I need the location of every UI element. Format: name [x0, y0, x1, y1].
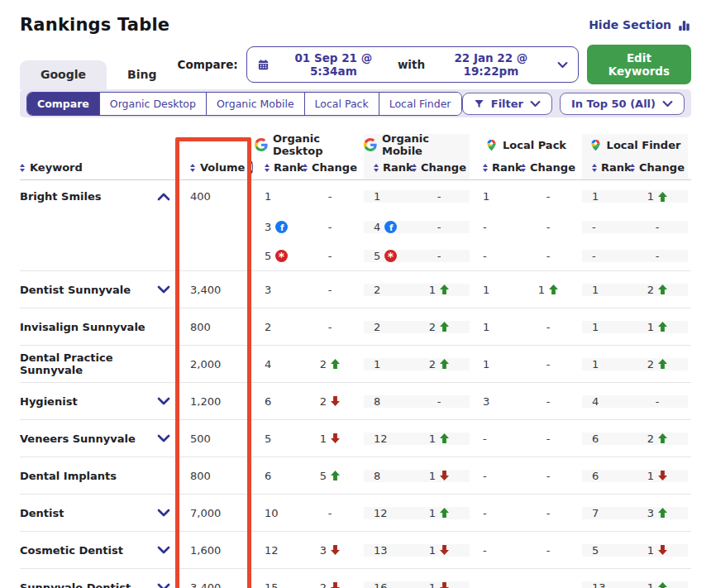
- rank-cell: 3f: [255, 221, 299, 233]
- keyword-header[interactable]: Keyword: [20, 155, 179, 179]
- change-header[interactable]: Change: [408, 155, 470, 179]
- change-header[interactable]: Change: [299, 155, 360, 179]
- change-cell: 1: [627, 470, 688, 482]
- keyword-label: Bright Smiles: [20, 190, 101, 203]
- tab-google[interactable]: Google: [20, 60, 107, 89]
- view-button-local-pack[interactable]: Local Pack: [304, 93, 379, 115]
- sort-icon[interactable]: [265, 164, 270, 172]
- rank-header[interactable]: Rank: [364, 155, 408, 179]
- keyword-label: Cosmetic Dentist: [20, 544, 123, 557]
- change-cell: -: [518, 581, 579, 588]
- volume-cell: 3,400: [179, 581, 251, 588]
- rank-cell: -: [582, 250, 627, 262]
- expand-toggle[interactable]: [157, 509, 170, 517]
- info-icon[interactable]: [250, 161, 252, 174]
- rank-header[interactable]: Rank: [582, 155, 627, 179]
- rank-cell: -: [473, 250, 518, 262]
- volume-value: 3,400: [190, 581, 221, 588]
- sort-icon[interactable]: [592, 164, 597, 172]
- expand-toggle[interactable]: [157, 583, 170, 588]
- group-cells-local-pack: 1-: [473, 321, 579, 333]
- calendar-icon: [257, 59, 270, 71]
- tab-bing[interactable]: Bing: [107, 60, 177, 89]
- view-button-compare[interactable]: Compare: [27, 93, 99, 115]
- compare-date-range-picker[interactable]: 01 Sep 21 @ 5:34am with 22 Jan 22 @ 19:2…: [246, 46, 579, 83]
- change-header-label: Change: [421, 161, 466, 174]
- change-header[interactable]: Change: [518, 155, 579, 179]
- change-header[interactable]: Change: [627, 155, 688, 179]
- rank-value: 3: [265, 284, 271, 296]
- expand-toggle[interactable]: [157, 193, 170, 201]
- sort-icon[interactable]: [630, 164, 635, 172]
- change-value: -: [328, 321, 332, 333]
- facebook-icon: f: [384, 221, 397, 233]
- rank-value: 6: [265, 470, 271, 482]
- group-cells-organic-desktop: 3-: [255, 284, 360, 296]
- sort-icon[interactable]: [190, 164, 195, 172]
- group-cells-local-finder: 73: [582, 507, 688, 519]
- change-value: 1: [647, 190, 654, 203]
- expand-toggle[interactable]: [157, 285, 170, 294]
- rank-cell: 15: [255, 581, 299, 588]
- change-value: 1: [320, 433, 327, 445]
- sort-icon[interactable]: [20, 164, 25, 172]
- rank-cell: -: [582, 221, 627, 233]
- sort-icon[interactable]: [374, 164, 379, 172]
- change-down-arrow: [658, 471, 667, 480]
- change-cell: -: [299, 507, 360, 519]
- change-cell: -: [518, 433, 579, 445]
- change-cell: -: [299, 284, 360, 296]
- group-cells-local-finder: --: [582, 221, 688, 233]
- rank-header[interactable]: Rank: [473, 155, 518, 179]
- change-up-arrow: [331, 471, 340, 480]
- keyword-cell: Bright Smiles: [20, 190, 179, 203]
- svg-text:f: f: [389, 222, 394, 232]
- group-cells-local-finder: 51: [582, 544, 688, 557]
- sort-icon[interactable]: [303, 164, 308, 172]
- filter-bar: CompareOrganic DesktopOrganic MobileLoca…: [20, 89, 691, 117]
- group-cells-organic-desktop: 62: [255, 395, 360, 408]
- view-button-organic-mobile[interactable]: Organic Mobile: [206, 93, 304, 115]
- group-cells-organic-desktop: 152: [255, 581, 360, 588]
- expand-toggle[interactable]: [157, 434, 170, 442]
- group-cells-local-pack: 1-: [473, 190, 579, 203]
- group-cells-local-pack: 1-: [473, 358, 579, 370]
- sort-icon[interactable]: [412, 164, 417, 172]
- sort-icon[interactable]: [483, 164, 488, 172]
- rank-cell: 12: [364, 507, 408, 519]
- change-value: 2: [320, 395, 327, 408]
- change-cell: -: [408, 395, 470, 408]
- change-up-arrow: [440, 359, 449, 369]
- rank-header[interactable]: Rank: [255, 155, 299, 179]
- change-cell: 2: [299, 395, 360, 408]
- rank-value: 12: [374, 433, 388, 445]
- hide-section-link[interactable]: Hide Section: [589, 18, 691, 32]
- volume-cell: 3,400: [179, 284, 251, 296]
- change-value: 3: [647, 507, 654, 519]
- svg-text:*: *: [388, 250, 394, 262]
- volume-header[interactable]: Volume: [179, 155, 251, 179]
- change-value: -: [437, 395, 441, 408]
- table-line: Veneers Sunnyvale50051121--62: [20, 420, 691, 457]
- sort-icon[interactable]: [521, 164, 526, 172]
- keyword-label: Hygienist: [20, 395, 78, 408]
- view-button-organic-desktop[interactable]: Organic Desktop: [99, 93, 206, 115]
- volume-value: 400: [190, 190, 211, 203]
- filter-dropdown[interactable]: Filter: [462, 93, 552, 115]
- group-cells-organic-desktop: 51: [255, 433, 360, 445]
- expand-toggle[interactable]: [157, 546, 170, 554]
- change-up-arrow: [658, 192, 667, 202]
- rank-cell: 10: [255, 507, 299, 519]
- group-cells-organic-mobile: 4f-: [364, 221, 470, 233]
- table-line: Hygienist1,200628-3-4-: [20, 383, 691, 419]
- keyword-cell: Dental Practice Sunnyvale: [20, 351, 179, 376]
- edit-keywords-button[interactable]: Edit Keywords: [587, 45, 691, 84]
- rank-value: 5: [592, 544, 599, 557]
- change-cell: -: [518, 470, 579, 482]
- view-button-local-finder[interactable]: Local Finder: [379, 93, 461, 115]
- rank-cell: 6: [255, 470, 299, 482]
- compare-date-from: 01 Sep 21 @ 5:34am: [276, 51, 391, 78]
- top-filter-dropdown[interactable]: In Top 50 (All): [560, 93, 685, 115]
- change-value: 1: [429, 284, 436, 296]
- expand-toggle[interactable]: [157, 397, 170, 405]
